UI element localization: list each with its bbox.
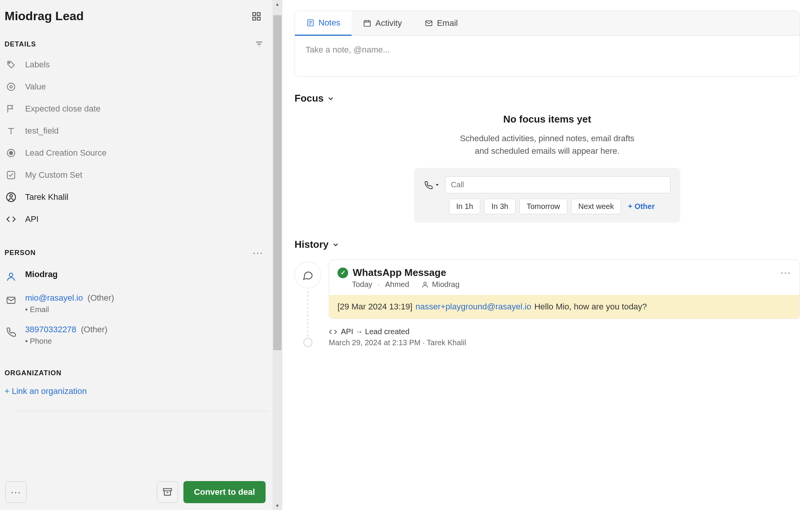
org-section-title: ORGANIZATION xyxy=(5,369,62,377)
scrollbar-thumb[interactable] xyxy=(273,15,282,350)
focus-heading[interactable]: Focus xyxy=(295,92,800,104)
whatsapp-date: Today xyxy=(352,280,372,289)
detail-lead-source-text: Lead Creation Source xyxy=(25,148,107,158)
scheduler-card: In 1h In 3h Tomorrow Next week + Other xyxy=(414,168,680,223)
person-phone[interactable]: 38970332278 xyxy=(25,325,76,334)
detail-custom-set[interactable]: My Custom Set xyxy=(0,164,282,186)
scroll-down-icon[interactable]: ▼ xyxy=(275,503,280,508)
whatsapp-body-prefix: [29 Mar 2024 13:19] xyxy=(338,302,412,312)
code-small-icon xyxy=(329,328,337,336)
detail-test-text: test_field xyxy=(25,126,59,136)
svg-rect-14 xyxy=(163,489,171,491)
note-icon xyxy=(306,19,315,27)
other-link[interactable]: + Other xyxy=(628,202,655,211)
divider xyxy=(14,411,269,411)
tab-activity-label: Activity xyxy=(375,18,402,28)
chip-next-week[interactable]: Next week xyxy=(571,199,621,214)
timeline-dot xyxy=(303,338,312,347)
svg-point-12 xyxy=(9,273,13,277)
whatsapp-body-text: Hello Mio, how are you today? xyxy=(534,302,647,312)
calendar-icon xyxy=(363,19,371,27)
flag-icon xyxy=(5,103,17,115)
caret-down-icon xyxy=(435,182,440,188)
timeline-chat-icon xyxy=(295,262,321,288)
sidebar-scrollbar[interactable]: ▲ ▼ xyxy=(272,0,282,510)
detail-lead-source[interactable]: Lead Creation Source xyxy=(0,142,282,164)
tab-notes[interactable]: Notes xyxy=(295,11,352,36)
person-name[interactable]: Miodrag xyxy=(25,269,58,279)
person-email[interactable]: mio@rasayel.io xyxy=(25,293,83,303)
detail-labels-text: Labels xyxy=(25,60,50,70)
focus-heading-label: Focus xyxy=(295,92,324,104)
svg-point-18 xyxy=(424,282,427,285)
detail-owner-name: Tarek Khalil xyxy=(25,192,68,202)
convert-to-deal-button[interactable]: Convert to deal xyxy=(183,481,266,503)
history-heading[interactable]: History xyxy=(295,239,800,250)
svg-rect-2 xyxy=(253,17,256,20)
whatsapp-body-link[interactable]: nasser+playground@rasayel.io xyxy=(416,302,531,312)
chip-in-1h[interactable]: In 1h xyxy=(449,199,480,214)
whatsapp-author: Ahmed xyxy=(385,280,409,289)
detail-labels[interactable]: Labels xyxy=(0,54,282,76)
note-input[interactable]: Take a note, @name... xyxy=(295,36,799,76)
tab-notes-label: Notes xyxy=(318,18,340,28)
scroll-up-icon[interactable]: ▲ xyxy=(275,2,280,7)
svg-rect-3 xyxy=(257,17,260,20)
chip-tomorrow[interactable]: Tomorrow xyxy=(519,199,567,214)
checkbox-icon xyxy=(5,169,17,181)
activity-title-input[interactable] xyxy=(445,176,670,193)
archive-button[interactable] xyxy=(157,481,178,503)
person-phone-suffix: (Other) xyxy=(81,325,108,334)
detail-expected-close[interactable]: Expected close date xyxy=(0,98,282,120)
chevron-down-icon xyxy=(332,241,339,249)
svg-rect-0 xyxy=(253,13,256,16)
tag-icon xyxy=(5,59,17,70)
person-circle-icon xyxy=(5,191,17,203)
svg-point-5 xyxy=(10,86,13,88)
link-organization-button[interactable]: Link an organization xyxy=(0,382,282,400)
grid-icon[interactable] xyxy=(250,10,263,23)
dots-icon: ··· xyxy=(11,486,21,498)
mail-icon xyxy=(5,295,17,306)
whatsapp-title: WhatsApp Message xyxy=(353,267,446,279)
api-event-meta: March 29, 2024 at 2:13 PM · Tarek Khalil xyxy=(329,338,800,347)
phone-small-icon xyxy=(424,180,433,190)
svg-point-8 xyxy=(10,151,13,155)
history-heading-label: History xyxy=(295,239,329,250)
tab-email[interactable]: Email xyxy=(413,11,469,35)
focus-empty-body1: Scheduled activities, pinned notes, emai… xyxy=(295,132,800,145)
detail-api-text: API xyxy=(25,214,38,224)
details-section-title: DETAILS xyxy=(5,40,36,48)
detail-value-text: Value xyxy=(25,82,46,92)
chip-in-3h[interactable]: In 3h xyxy=(484,199,515,214)
api-event-label: API → Lead created xyxy=(341,327,409,336)
svg-point-11 xyxy=(10,194,13,197)
chevron-down-icon xyxy=(327,95,334,102)
person-more-icon[interactable]: ··· xyxy=(253,247,263,259)
mail-tab-icon xyxy=(425,19,433,27)
activity-type-select[interactable] xyxy=(424,180,440,190)
detail-owner[interactable]: Tarek Khalil xyxy=(0,186,282,208)
filter-icon[interactable] xyxy=(255,40,263,48)
person-email-suffix: (Other) xyxy=(88,293,114,303)
radio-icon xyxy=(5,147,17,159)
detail-custom-text: My Custom Set xyxy=(25,170,82,180)
person-email-label: Email xyxy=(25,305,114,314)
archive-icon xyxy=(162,487,173,497)
detail-test-field[interactable]: test_field xyxy=(0,120,282,142)
whatsapp-participant: Miodrag xyxy=(432,280,459,289)
notes-card: Notes Activity Email Take a note, @name.… xyxy=(295,11,800,76)
more-actions-button[interactable]: ··· xyxy=(5,481,27,503)
whatsapp-more-icon[interactable]: ··· xyxy=(780,267,791,279)
svg-point-4 xyxy=(9,62,10,64)
detail-value[interactable]: Value xyxy=(0,76,282,98)
phone-icon xyxy=(5,326,17,338)
code-icon xyxy=(5,214,17,225)
tab-activity[interactable]: Activity xyxy=(352,11,413,35)
svg-point-6 xyxy=(7,83,15,91)
value-icon xyxy=(5,81,17,92)
whatsapp-card: ✓ WhatsApp Message ··· Today · Ahmed Mio… xyxy=(329,260,800,319)
text-icon xyxy=(5,125,17,137)
detail-api[interactable]: API xyxy=(0,208,282,230)
person-icon xyxy=(5,271,17,282)
